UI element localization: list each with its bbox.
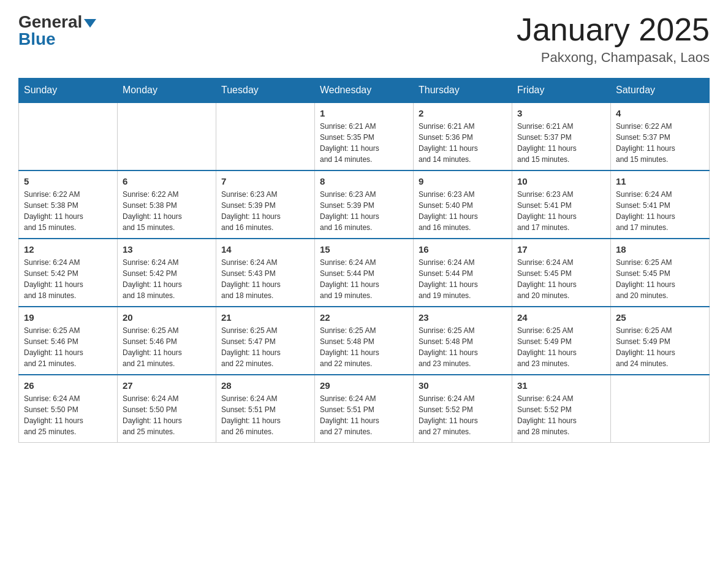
calendar-cell: 25Sunrise: 6:25 AM Sunset: 5:49 PM Dayli… — [611, 307, 710, 375]
day-info: Sunrise: 6:25 AM Sunset: 5:46 PM Dayligh… — [24, 325, 112, 369]
calendar-cell — [118, 102, 216, 170]
calendar-table: SundayMondayTuesdayWednesdayThursdayFrid… — [18, 78, 710, 443]
calendar-subtitle: Pakxong, Champasak, Laos — [517, 50, 710, 66]
calendar-cell: 8Sunrise: 6:23 AM Sunset: 5:39 PM Daylig… — [315, 170, 414, 239]
calendar-cell: 14Sunrise: 6:24 AM Sunset: 5:43 PM Dayli… — [216, 239, 315, 307]
logo: General Blue — [18, 12, 96, 49]
calendar-cell: 15Sunrise: 6:24 AM Sunset: 5:44 PM Dayli… — [315, 239, 414, 307]
day-info: Sunrise: 6:22 AM Sunset: 5:37 PM Dayligh… — [616, 121, 704, 165]
calendar-cell — [216, 102, 315, 170]
calendar-cell: 7Sunrise: 6:23 AM Sunset: 5:39 PM Daylig… — [216, 170, 315, 239]
calendar-cell: 31Sunrise: 6:24 AM Sunset: 5:52 PM Dayli… — [512, 375, 611, 443]
day-info: Sunrise: 6:24 AM Sunset: 5:50 PM Dayligh… — [123, 393, 211, 437]
day-info: Sunrise: 6:24 AM Sunset: 5:51 PM Dayligh… — [320, 393, 408, 437]
calendar-cell: 22Sunrise: 6:25 AM Sunset: 5:48 PM Dayli… — [315, 307, 414, 375]
day-info: Sunrise: 6:24 AM Sunset: 5:42 PM Dayligh… — [123, 257, 211, 301]
day-info: Sunrise: 6:24 AM Sunset: 5:43 PM Dayligh… — [221, 257, 309, 301]
day-info: Sunrise: 6:25 AM Sunset: 5:46 PM Dayligh… — [123, 325, 211, 369]
calendar-cell: 3Sunrise: 6:21 AM Sunset: 5:37 PM Daylig… — [512, 102, 611, 170]
day-info: Sunrise: 6:24 AM Sunset: 5:44 PM Dayligh… — [320, 257, 408, 301]
day-number: 31 — [517, 380, 605, 391]
day-info: Sunrise: 6:22 AM Sunset: 5:38 PM Dayligh… — [123, 189, 211, 233]
day-info: Sunrise: 6:25 AM Sunset: 5:45 PM Dayligh… — [616, 257, 704, 301]
calendar-cell: 5Sunrise: 6:22 AM Sunset: 5:38 PM Daylig… — [19, 170, 118, 239]
day-number: 29 — [320, 380, 408, 391]
day-info: Sunrise: 6:23 AM Sunset: 5:40 PM Dayligh… — [419, 189, 507, 233]
calendar-cell: 2Sunrise: 6:21 AM Sunset: 5:36 PM Daylig… — [414, 102, 512, 170]
day-header-friday: Friday — [512, 79, 611, 103]
day-number: 26 — [24, 380, 112, 391]
day-number: 22 — [320, 312, 408, 323]
calendar-cell: 18Sunrise: 6:25 AM Sunset: 5:45 PM Dayli… — [611, 239, 710, 307]
calendar-cell: 19Sunrise: 6:25 AM Sunset: 5:46 PM Dayli… — [19, 307, 118, 375]
calendar-header: SundayMondayTuesdayWednesdayThursdayFrid… — [19, 79, 710, 103]
calendar-cell: 26Sunrise: 6:24 AM Sunset: 5:50 PM Dayli… — [19, 375, 118, 443]
day-info: Sunrise: 6:24 AM Sunset: 5:45 PM Dayligh… — [517, 257, 605, 301]
calendar-week-row: 12Sunrise: 6:24 AM Sunset: 5:42 PM Dayli… — [19, 239, 710, 307]
day-number: 20 — [123, 312, 211, 323]
logo-arrow-icon — [84, 19, 96, 28]
calendar-cell: 20Sunrise: 6:25 AM Sunset: 5:46 PM Dayli… — [118, 307, 216, 375]
day-info: Sunrise: 6:24 AM Sunset: 5:52 PM Dayligh… — [517, 393, 605, 437]
calendar-title: January 2025 — [517, 12, 710, 47]
day-number: 30 — [419, 380, 507, 391]
day-header-row: SundayMondayTuesdayWednesdayThursdayFrid… — [19, 79, 710, 103]
day-number: 12 — [24, 244, 112, 255]
day-header-thursday: Thursday — [414, 79, 512, 103]
calendar-cell: 1Sunrise: 6:21 AM Sunset: 5:35 PM Daylig… — [315, 102, 414, 170]
day-number: 4 — [616, 108, 704, 118]
day-number: 19 — [24, 312, 112, 323]
day-info: Sunrise: 6:24 AM Sunset: 5:44 PM Dayligh… — [419, 257, 507, 301]
calendar-cell: 9Sunrise: 6:23 AM Sunset: 5:40 PM Daylig… — [414, 170, 512, 239]
logo-blue-text: Blue — [18, 29, 56, 49]
day-number: 5 — [24, 176, 112, 186]
calendar-cell: 12Sunrise: 6:24 AM Sunset: 5:42 PM Dayli… — [19, 239, 118, 307]
day-number: 17 — [517, 244, 605, 255]
calendar-cell: 10Sunrise: 6:23 AM Sunset: 5:41 PM Dayli… — [512, 170, 611, 239]
day-info: Sunrise: 6:22 AM Sunset: 5:38 PM Dayligh… — [24, 189, 112, 233]
day-info: Sunrise: 6:25 AM Sunset: 5:48 PM Dayligh… — [320, 325, 408, 369]
calendar-week-row: 19Sunrise: 6:25 AM Sunset: 5:46 PM Dayli… — [19, 307, 710, 375]
day-info: Sunrise: 6:24 AM Sunset: 5:51 PM Dayligh… — [221, 393, 309, 437]
day-info: Sunrise: 6:23 AM Sunset: 5:39 PM Dayligh… — [320, 189, 408, 233]
calendar-cell: 27Sunrise: 6:24 AM Sunset: 5:50 PM Dayli… — [118, 375, 216, 443]
day-info: Sunrise: 6:25 AM Sunset: 5:49 PM Dayligh… — [517, 325, 605, 369]
day-number: 8 — [320, 176, 408, 186]
day-header-saturday: Saturday — [611, 79, 710, 103]
day-number: 18 — [616, 244, 704, 255]
day-number: 16 — [419, 244, 507, 255]
day-number: 24 — [517, 312, 605, 323]
calendar-cell: 4Sunrise: 6:22 AM Sunset: 5:37 PM Daylig… — [611, 102, 710, 170]
day-info: Sunrise: 6:21 AM Sunset: 5:37 PM Dayligh… — [517, 121, 605, 165]
calendar-cell: 30Sunrise: 6:24 AM Sunset: 5:52 PM Dayli… — [414, 375, 512, 443]
day-number: 21 — [221, 312, 309, 323]
day-info: Sunrise: 6:25 AM Sunset: 5:48 PM Dayligh… — [419, 325, 507, 369]
day-number: 2 — [419, 108, 507, 118]
day-info: Sunrise: 6:23 AM Sunset: 5:39 PM Dayligh… — [221, 189, 309, 233]
day-number: 9 — [419, 176, 507, 186]
day-header-tuesday: Tuesday — [216, 79, 315, 103]
day-header-wednesday: Wednesday — [315, 79, 414, 103]
calendar-cell: 23Sunrise: 6:25 AM Sunset: 5:48 PM Dayli… — [414, 307, 512, 375]
day-info: Sunrise: 6:21 AM Sunset: 5:35 PM Dayligh… — [320, 121, 408, 165]
day-header-sunday: Sunday — [19, 79, 118, 103]
calendar-cell: 21Sunrise: 6:25 AM Sunset: 5:47 PM Dayli… — [216, 307, 315, 375]
day-info: Sunrise: 6:25 AM Sunset: 5:49 PM Dayligh… — [616, 325, 704, 369]
day-number: 11 — [616, 176, 704, 186]
calendar-cell: 28Sunrise: 6:24 AM Sunset: 5:51 PM Dayli… — [216, 375, 315, 443]
day-number: 3 — [517, 108, 605, 118]
day-number: 13 — [123, 244, 211, 255]
day-number: 6 — [123, 176, 211, 186]
calendar-cell: 6Sunrise: 6:22 AM Sunset: 5:38 PM Daylig… — [118, 170, 216, 239]
calendar-cell: 29Sunrise: 6:24 AM Sunset: 5:51 PM Dayli… — [315, 375, 414, 443]
calendar-cell: 16Sunrise: 6:24 AM Sunset: 5:44 PM Dayli… — [414, 239, 512, 307]
day-number: 15 — [320, 244, 408, 255]
day-number: 23 — [419, 312, 507, 323]
day-info: Sunrise: 6:24 AM Sunset: 5:41 PM Dayligh… — [616, 189, 704, 233]
day-number: 14 — [221, 244, 309, 255]
day-info: Sunrise: 6:21 AM Sunset: 5:36 PM Dayligh… — [419, 121, 507, 165]
calendar-cell: 17Sunrise: 6:24 AM Sunset: 5:45 PM Dayli… — [512, 239, 611, 307]
calendar-cell — [611, 375, 710, 443]
day-info: Sunrise: 6:25 AM Sunset: 5:47 PM Dayligh… — [221, 325, 309, 369]
calendar-cell: 24Sunrise: 6:25 AM Sunset: 5:49 PM Dayli… — [512, 307, 611, 375]
